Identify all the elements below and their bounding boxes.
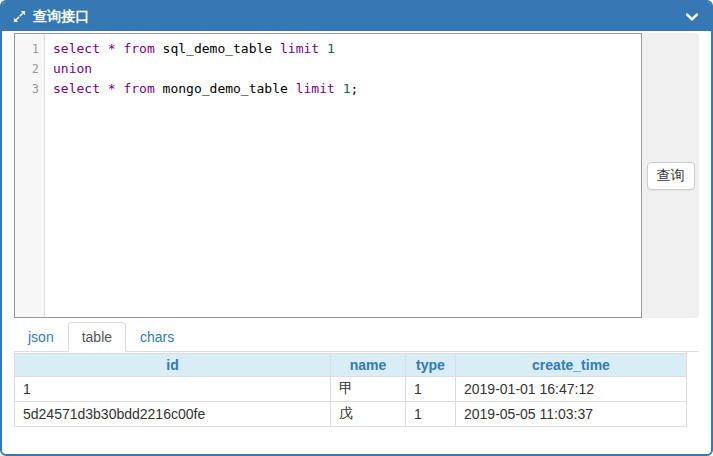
tab-chars[interactable]: chars (126, 322, 188, 352)
code-line: 3select * from mongo_demo_table limit 1; (15, 79, 641, 99)
sql-editor[interactable]: 1select * from sql_demo_table limit 12un… (14, 33, 642, 318)
line-number: 1 (15, 39, 45, 59)
query-panel: 查询接口 1select * from sql_demo_table limit… (0, 0, 713, 456)
cell-name: 戊 (331, 402, 406, 427)
column-header-type: type (406, 354, 456, 377)
table-row: 1甲12019-01-01 16:47:12 (15, 377, 687, 402)
panel-body: 1select * from sql_demo_table limit 12un… (2, 31, 711, 427)
editor-row: 1select * from sql_demo_table limit 12un… (14, 33, 699, 318)
tab-json[interactable]: json (14, 322, 68, 352)
table-row: 5d24571d3b30bdd2216c00fe戊12019-05-05 11:… (15, 402, 687, 427)
code-text: select * from sql_demo_table limit 1 (45, 39, 335, 59)
cell-name: 甲 (331, 377, 406, 402)
column-header-name: name (331, 354, 406, 377)
panel-header: 查询接口 (2, 2, 711, 31)
tab-table[interactable]: table (68, 322, 126, 352)
results-header-row: idnametypecreate_time (15, 354, 687, 377)
line-number: 2 (15, 59, 45, 79)
code-text: union (45, 59, 92, 79)
result-tabs: jsontablechars (14, 322, 699, 352)
code-line: 2union (15, 59, 641, 79)
cell-type: 1 (406, 377, 456, 402)
line-number: 3 (15, 79, 45, 99)
query-button-column: 查询 (642, 33, 699, 318)
column-header-create_time: create_time (456, 354, 687, 377)
code-text: select * from mongo_demo_table limit 1; (45, 79, 358, 99)
cell-id: 5d24571d3b30bdd2216c00fe (15, 402, 331, 427)
code-lines: 1select * from sql_demo_table limit 12un… (15, 34, 641, 99)
query-button[interactable]: 查询 (647, 162, 695, 190)
cell-type: 1 (406, 402, 456, 427)
results-table: idnametypecreate_time 1甲12019-01-01 16:4… (14, 353, 687, 427)
panel-title: 查询接口 (33, 8, 89, 26)
column-header-id: id (15, 354, 331, 377)
expand-arrows-icon (13, 10, 26, 23)
results-body: 1甲12019-01-01 16:47:125d24571d3b30bdd221… (15, 377, 687, 427)
code-line: 1select * from sql_demo_table limit 1 (15, 39, 641, 59)
chevron-down-icon[interactable] (684, 9, 700, 25)
cell-create_time: 2019-05-05 11:03:37 (456, 402, 687, 427)
cell-create_time: 2019-01-01 16:47:12 (456, 377, 687, 402)
cell-id: 1 (15, 377, 331, 402)
